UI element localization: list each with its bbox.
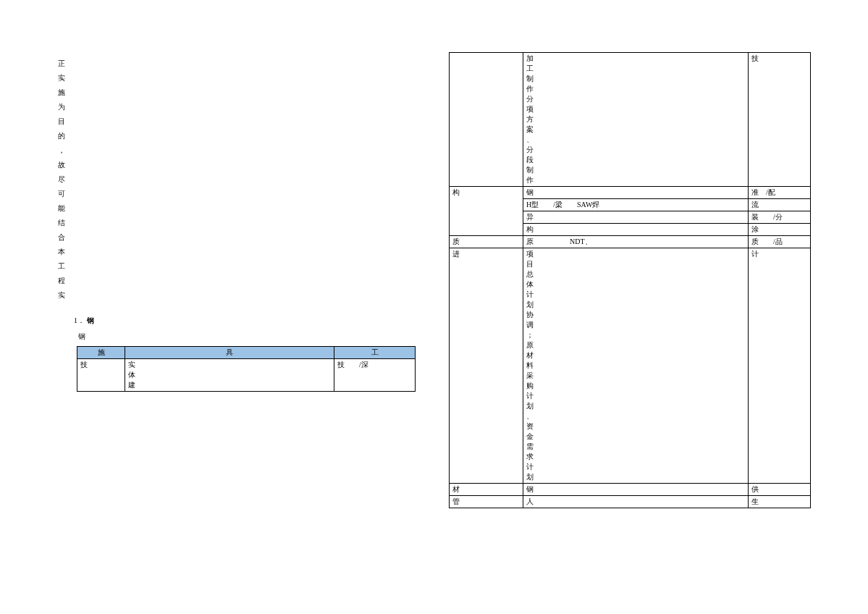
- td: 钢: [523, 187, 749, 199]
- th-2: 具: [125, 347, 334, 359]
- td: 加工制作分项方案、分段制作: [523, 53, 749, 187]
- table-row: 进 项目总体计划协调；原材料采购计划、资金需求计划 计: [450, 248, 811, 484]
- heading-bold: 钢: [87, 316, 94, 324]
- table-row: 构 钢 准 /配: [450, 187, 811, 199]
- td: 人: [523, 496, 749, 508]
- sub-label: 钢: [78, 332, 420, 342]
- table-row: 加工制作分项方案、分段制作 技: [450, 53, 811, 187]
- td: 钢: [523, 484, 749, 496]
- table-row: 质 原 NDT、 质 /品: [450, 236, 811, 248]
- td: 进: [450, 248, 523, 484]
- td: 构: [523, 224, 749, 236]
- td: 质: [450, 236, 523, 248]
- th-3: 工: [334, 347, 416, 359]
- td-1: 技: [77, 359, 125, 392]
- td: 技: [749, 53, 811, 187]
- paragraph-vertical: 正实施为目的，故尽可能结合本工程实: [58, 56, 67, 303]
- td: 准 /配: [749, 187, 811, 199]
- page-right: 加工制作分项方案、分段制作 技 构 钢 准 /配 H型 /梁 SAW焊 流 异 …: [449, 52, 825, 508]
- td: 构: [450, 187, 523, 236]
- td-3: 技 /深: [334, 359, 416, 392]
- td: [450, 53, 523, 187]
- th-1: 施: [77, 347, 125, 359]
- table-row: 材 钢 供: [450, 484, 811, 496]
- td: 供: [749, 484, 811, 496]
- section-heading: 1． 钢: [74, 316, 420, 326]
- td-2: 实体建: [125, 359, 334, 392]
- table-header-row: 施 具 工: [77, 347, 416, 359]
- td: H型 /梁 SAW焊: [523, 199, 749, 211]
- page-left: 正实施为目的，故尽可能结合本工程实 1． 钢 钢 施 具 工 技 实体建 技 /…: [58, 56, 420, 392]
- table-2: 加工制作分项方案、分段制作 技 构 钢 准 /配 H型 /梁 SAW焊 流 异 …: [449, 52, 811, 508]
- td: 管: [450, 496, 523, 508]
- td: 原 NDT、: [523, 236, 749, 248]
- td: 异: [523, 211, 749, 224]
- heading-num: 1．: [74, 316, 85, 324]
- td: 项目总体计划协调；原材料采购计划、资金需求计划: [523, 248, 749, 484]
- td: 计: [749, 248, 811, 484]
- table-row: 技 实体建 技 /深: [77, 359, 416, 392]
- td: 材: [450, 484, 523, 496]
- td: 装 /分: [749, 211, 811, 224]
- table-row: 管 人 生: [450, 496, 811, 508]
- td: 涂: [749, 224, 811, 236]
- table-1: 施 具 工 技 实体建 技 /深: [77, 346, 416, 392]
- td: 生: [749, 496, 811, 508]
- td: 质 /品: [749, 236, 811, 248]
- td: 流: [749, 199, 811, 211]
